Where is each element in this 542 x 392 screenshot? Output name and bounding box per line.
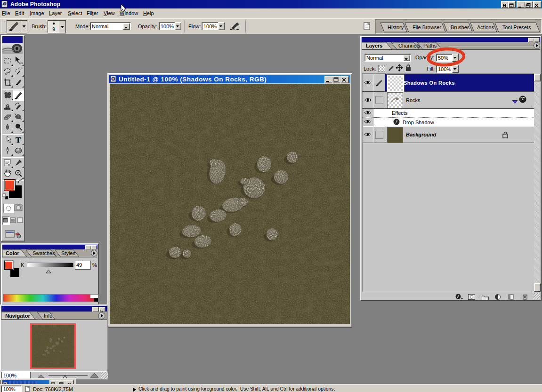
- svg-text:Navigator: Navigator: [5, 313, 31, 319]
- svg-text:Swatches: Swatches: [32, 250, 55, 256]
- svg-text:Layers: Layers: [366, 43, 382, 48]
- svg-text:Styles: Styles: [61, 250, 75, 256]
- svg-text:Actions: Actions: [477, 24, 494, 30]
- svg-text:File Browser: File Browser: [413, 24, 441, 30]
- svg-text:Info: Info: [44, 313, 52, 319]
- svg-text:Color: Color: [6, 250, 19, 256]
- svg-text:Channels: Channels: [398, 43, 421, 48]
- svg-text:Tool Presets: Tool Presets: [502, 24, 531, 30]
- svg-text:History: History: [388, 24, 404, 30]
- svg-text:T: T: [16, 136, 21, 144]
- svg-text:Brushes: Brushes: [451, 24, 470, 30]
- svg-text:9: 9: [52, 27, 55, 32]
